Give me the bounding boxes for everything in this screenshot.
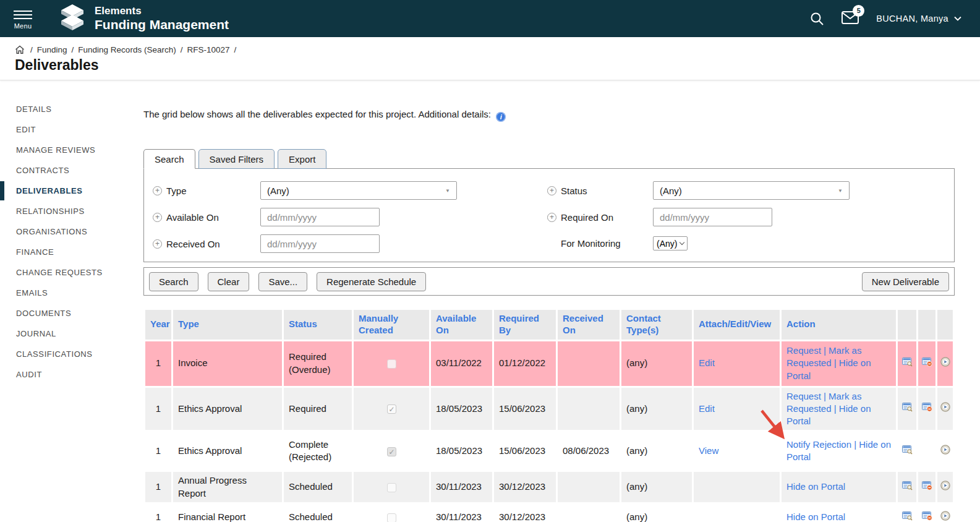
- info-icon[interactable]: i: [496, 112, 506, 122]
- tab-export[interactable]: Export: [278, 149, 326, 169]
- sidebar-item-audit[interactable]: AUDIT: [0, 364, 143, 385]
- menu-button[interactable]: Menu: [14, 8, 32, 30]
- action-link-hide-on-portal[interactable]: Hide on Portal: [786, 481, 845, 492]
- sidebar-item-organisations[interactable]: ORGANISATIONS: [0, 221, 143, 242]
- column-header-available-on[interactable]: Available On: [431, 310, 492, 340]
- chevron-down-icon: [954, 16, 961, 21]
- expand-filter-icon[interactable]: +: [153, 186, 162, 195]
- column-header-attach-edit-view[interactable]: Attach/Edit/View: [694, 310, 780, 340]
- clock-icon[interactable]: [940, 511, 950, 521]
- manually-created-checkbox[interactable]: [387, 513, 396, 522]
- manually-created-checkbox[interactable]: [387, 404, 396, 414]
- tab-search[interactable]: Search: [143, 149, 195, 169]
- new-deliverable-button[interactable]: New Deliverable: [862, 272, 949, 291]
- sidebar-item-details[interactable]: DETAILS: [0, 99, 143, 119]
- sidebar-item-documents[interactable]: DOCUMENTS: [0, 303, 143, 323]
- sidebar-item-relationships[interactable]: RELATIONSHIPS: [0, 201, 143, 221]
- page-header: /Funding/Funding Records (Search)/RFS-10…: [0, 37, 980, 80]
- clock-icon[interactable]: [940, 445, 950, 455]
- app-logo[interactable]: Elements Funding Management: [58, 3, 229, 34]
- sidebar-item-change-requests[interactable]: CHANGE REQUESTS: [0, 262, 143, 283]
- expand-filter-icon[interactable]: +: [547, 213, 556, 222]
- column-header-required-by[interactable]: Required By: [494, 310, 556, 340]
- search-icon[interactable]: [810, 12, 824, 26]
- regenerate-schedule-button[interactable]: Regenerate Schedule: [317, 272, 426, 291]
- clock-icon[interactable]: [940, 402, 950, 412]
- column-header-status[interactable]: Status: [284, 310, 352, 340]
- received-on-date-input[interactable]: [260, 234, 380, 253]
- chevron-down-icon: [680, 240, 684, 245]
- product-name-line1: Elements: [95, 5, 229, 17]
- view-icon[interactable]: [902, 481, 913, 490]
- attach-edit-view-link[interactable]: Edit: [699, 357, 715, 368]
- clock-icon[interactable]: [940, 481, 950, 490]
- view-icon[interactable]: [902, 511, 913, 521]
- action-link-notify-rejection[interactable]: Notify Rejection: [786, 439, 851, 450]
- breadcrumb-link[interactable]: Funding: [37, 45, 67, 54]
- table-row: 1Financial ReportScheduled30/11/202330/1…: [145, 504, 953, 522]
- table-row: 1Ethics ApprovalRequired18/05/202315/06/…: [145, 388, 953, 430]
- column-header-manually-created[interactable]: Manually Created: [354, 310, 429, 340]
- sidebar-item-manage-reviews[interactable]: MANAGE REVIEWS: [0, 140, 143, 160]
- product-name-line2: Funding Management: [95, 17, 229, 32]
- column-header-contact-type-s-[interactable]: Contact Type(s): [621, 310, 692, 340]
- expand-filter-icon[interactable]: +: [153, 213, 162, 222]
- manually-created-checkbox[interactable]: [387, 359, 396, 369]
- column-header-year[interactable]: Year: [145, 310, 171, 340]
- clear-button[interactable]: Clear: [208, 272, 250, 291]
- remove-icon[interactable]: [922, 511, 932, 521]
- sidebar-item-classifications[interactable]: CLASSIFICATIONS: [0, 344, 143, 364]
- breadcrumb-link[interactable]: Funding Records (Search): [78, 45, 176, 54]
- view-icon[interactable]: [902, 445, 913, 455]
- column-header-empty: [937, 310, 953, 340]
- user-name: BUCHAN, Manya: [876, 14, 948, 24]
- for-monitoring-filter-label: For Monitoring: [561, 238, 653, 249]
- view-icon[interactable]: [902, 357, 913, 367]
- filter-panel: + Type (Any) ▼ + Status (Any) ▼ + Availa…: [143, 168, 955, 262]
- search-button[interactable]: Search: [149, 272, 198, 291]
- remove-icon[interactable]: [922, 481, 932, 490]
- received-on-filter-label: Received On: [166, 239, 260, 249]
- column-header-received-on[interactable]: Received On: [558, 310, 620, 340]
- required-on-date-input[interactable]: [653, 208, 772, 226]
- tab-saved-filters[interactable]: Saved Filters: [198, 149, 275, 169]
- sidebar-item-journal[interactable]: JOURNAL: [0, 323, 143, 344]
- clock-icon[interactable]: [940, 357, 950, 367]
- sidebar-item-edit[interactable]: EDIT: [0, 119, 143, 140]
- user-menu[interactable]: BUCHAN, Manya: [876, 14, 961, 24]
- for-monitoring-select[interactable]: (Any): [653, 236, 688, 250]
- remove-icon[interactable]: [922, 402, 932, 412]
- expand-filter-icon[interactable]: +: [153, 239, 162, 249]
- status-filter-select[interactable]: (Any) ▼: [653, 181, 850, 200]
- sidebar-item-emails[interactable]: EMAILS: [0, 283, 143, 303]
- manually-created-checkbox[interactable]: [387, 447, 396, 456]
- action-link-hide-on-portal[interactable]: Hide on Portal: [786, 511, 845, 522]
- save-button[interactable]: Save...: [258, 272, 307, 291]
- status-filter-label: Status: [561, 186, 653, 196]
- sidebar-item-deliverables[interactable]: DELIVERABLES: [0, 181, 143, 201]
- type-filter-select[interactable]: (Any) ▼: [260, 181, 457, 200]
- manually-created-checkbox[interactable]: [387, 483, 396, 492]
- view-icon[interactable]: [902, 402, 913, 412]
- sidebar-item-finance[interactable]: FINANCE: [0, 242, 143, 262]
- column-header-action[interactable]: Action: [782, 310, 896, 340]
- breadcrumb-separator: /: [181, 45, 183, 54]
- required-on-filter-label: Required On: [561, 212, 653, 223]
- grid-description: The grid below shows all the deliverable…: [143, 109, 491, 119]
- column-header-type[interactable]: Type: [173, 310, 282, 340]
- notifications-button[interactable]: 5: [842, 11, 859, 27]
- table-header-row: YearTypeStatusManually CreatedAvailable …: [145, 310, 953, 340]
- elements-logo-icon: [58, 3, 87, 34]
- available-on-date-input[interactable]: [260, 208, 380, 226]
- expand-filter-icon[interactable]: +: [547, 186, 556, 195]
- attach-edit-view-link[interactable]: Edit: [699, 403, 715, 414]
- sidebar-item-contracts[interactable]: CONTRACTS: [0, 160, 143, 181]
- action-link-request[interactable]: Request: [786, 345, 821, 356]
- breadcrumb-separator: /: [234, 45, 236, 54]
- attach-edit-view-link[interactable]: View: [699, 445, 718, 456]
- breadcrumb-link[interactable]: RFS-10027: [187, 45, 229, 54]
- dropdown-arrow-icon: ▼: [445, 188, 450, 194]
- remove-icon[interactable]: [922, 357, 932, 367]
- action-link-request[interactable]: Request: [786, 391, 821, 401]
- home-icon[interactable]: [15, 45, 25, 54]
